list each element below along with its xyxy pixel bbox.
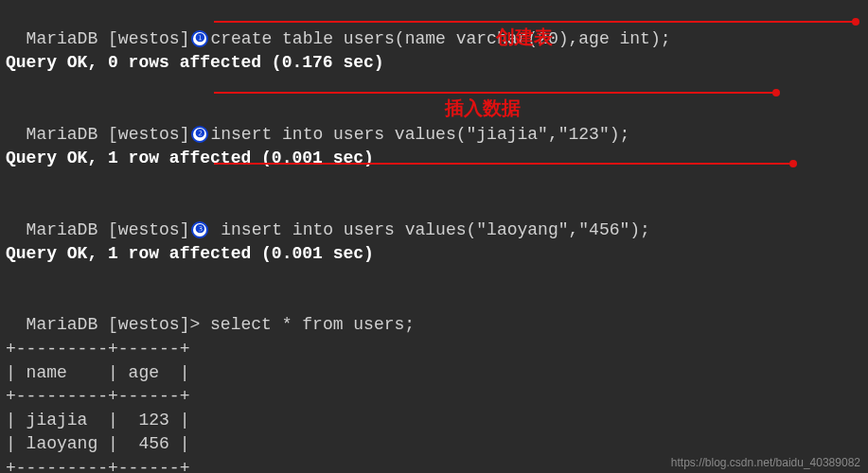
underline-annotation xyxy=(214,92,778,94)
terminal-line: MariaDB [westos]❷insert into users value… xyxy=(6,99,862,147)
blank-line xyxy=(6,266,862,289)
command-text: select * from users; xyxy=(210,315,415,334)
badge-icon: ❶ xyxy=(191,30,208,47)
blank-line xyxy=(6,170,862,194)
result-line: Query OK, 0 rows affected (0.176 sec) xyxy=(6,51,862,75)
badge-icon: ❷ xyxy=(191,126,208,143)
annotation-label: 插入数据 xyxy=(445,96,521,121)
blank-line xyxy=(6,76,862,99)
prompt: MariaDB [westos] xyxy=(27,125,190,144)
table-row: | laoyang | 456 | xyxy=(6,432,862,456)
underline-annotation xyxy=(214,163,795,165)
terminal-line: MariaDB [westos]> select * from users; xyxy=(6,289,862,337)
result-line: Query OK, 1 row affected (0.001 sec) xyxy=(6,147,862,170)
command-text: create table users(name varchar(20),age … xyxy=(210,29,670,48)
table-header: | name | age | xyxy=(6,361,862,385)
badge-icon: ❸ xyxy=(191,221,208,238)
result-line: Query OK, 1 row affected (0.001 sec) xyxy=(6,242,862,266)
terminal-line: MariaDB [westos]❶create table users(name… xyxy=(6,4,862,51)
watermark-text: https://blog.csdn.net/baidu_40389082 xyxy=(671,456,860,469)
table-border: +---------+------+ xyxy=(6,385,862,409)
annotation-label: 创建表 xyxy=(496,25,553,50)
command-text: insert into users values("jiajia","123")… xyxy=(210,125,629,144)
command-text: insert into users values("laoyang","456"… xyxy=(210,220,649,239)
terminal-line: MariaDB [westos]❸ insert into users valu… xyxy=(6,195,862,242)
prompt: MariaDB [westos] xyxy=(27,220,190,239)
table-border: +---------+------+ xyxy=(6,338,862,361)
table-row: | jiajia | 123 | xyxy=(6,409,862,432)
prompt: MariaDB [westos] xyxy=(27,315,190,334)
prompt: MariaDB [westos] xyxy=(27,29,190,48)
underline-annotation xyxy=(214,21,858,23)
prompt-suffix: > xyxy=(189,315,200,334)
